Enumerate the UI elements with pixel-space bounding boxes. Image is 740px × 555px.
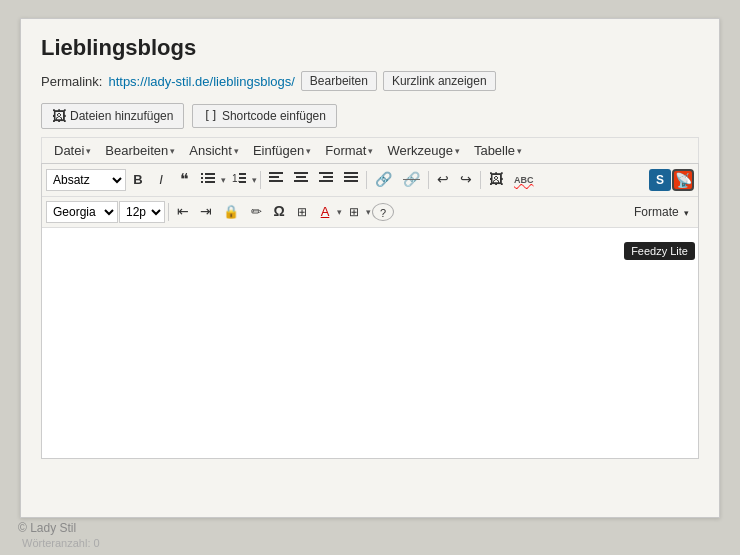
menu-tabelle-label: Tabelle xyxy=(474,143,515,158)
font-size-select[interactable]: 12pt xyxy=(119,201,165,223)
media-toolbar: 🖼 Dateien hinzufügen [] Shortcode einfüg… xyxy=(41,103,699,129)
menu-bar: Datei ▾ Bearbeiten ▾ Ansicht ▾ Einfügen … xyxy=(41,137,699,163)
menu-datei[interactable]: Datei ▾ xyxy=(48,141,97,160)
separator-1 xyxy=(260,171,261,189)
image-button[interactable]: 🖼 xyxy=(484,167,508,193)
underline-button[interactable]: A xyxy=(314,200,336,224)
menu-format-label: Format xyxy=(325,143,366,158)
svg-rect-13 xyxy=(294,172,308,174)
table-layout-button[interactable]: ⊞ xyxy=(291,201,313,224)
menu-tabelle-arrow: ▾ xyxy=(517,146,522,156)
separator-3 xyxy=(428,171,429,189)
link-button[interactable]: 🔗 xyxy=(370,167,397,193)
align-left-button[interactable] xyxy=(264,168,288,192)
menu-ansicht[interactable]: Ansicht ▾ xyxy=(183,141,245,160)
formate-button[interactable]: Formate ▾ xyxy=(629,201,694,224)
s-plugin-button[interactable]: S xyxy=(649,169,671,191)
svg-rect-17 xyxy=(323,176,333,178)
editor-area: Absatz B I ❝ ▾ 1. ▾ xyxy=(41,163,699,459)
svg-rect-9 xyxy=(239,181,246,183)
menu-werkzeuge[interactable]: Werkzeuge ▾ xyxy=(381,141,466,160)
svg-rect-14 xyxy=(296,176,306,178)
italic-button[interactable]: I xyxy=(150,168,172,192)
align-right-button[interactable] xyxy=(314,168,338,192)
svg-rect-20 xyxy=(344,176,358,178)
menu-werkzeuge-label: Werkzeuge xyxy=(387,143,453,158)
indent-button[interactable]: ⇥ xyxy=(195,199,217,225)
media-icon: 🖼 xyxy=(52,108,66,124)
menu-bearbeiten-arrow: ▾ xyxy=(170,146,175,156)
page-title: Lieblingsblogs xyxy=(41,35,699,61)
align-center-button[interactable] xyxy=(289,168,313,192)
lock-button[interactable]: 🔒 xyxy=(218,200,244,224)
quote-button[interactable]: ❝ xyxy=(173,166,195,194)
separator-2 xyxy=(366,171,367,189)
menu-ansicht-label: Ansicht xyxy=(189,143,232,158)
menu-datei-label: Datei xyxy=(54,143,84,158)
shortlink-button[interactable]: Kurzlink anzeigen xyxy=(383,71,496,91)
menu-bearbeiten[interactable]: Bearbeiten ▾ xyxy=(99,141,181,160)
help-button[interactable]: ? xyxy=(372,203,394,221)
menu-bearbeiten-label: Bearbeiten xyxy=(105,143,168,158)
pencil-button[interactable]: ✏ xyxy=(245,200,267,224)
menu-format[interactable]: Format ▾ xyxy=(319,141,379,160)
grid-arrow[interactable]: ▾ xyxy=(366,207,371,217)
svg-rect-19 xyxy=(344,172,358,174)
menu-format-arrow: ▾ xyxy=(368,146,373,156)
svg-rect-16 xyxy=(319,172,333,174)
underline-arrow[interactable]: ▾ xyxy=(337,207,342,217)
menu-ansicht-arrow: ▾ xyxy=(234,146,239,156)
shortcode-button[interactable]: [] Shortcode einfügen xyxy=(192,104,337,128)
edit-button[interactable]: Bearbeiten xyxy=(301,71,377,91)
svg-rect-2 xyxy=(201,177,203,179)
font-select[interactable]: Georgia xyxy=(46,201,118,223)
svg-rect-1 xyxy=(205,173,215,175)
olist-arrow[interactable]: ▾ xyxy=(252,175,257,185)
permalink-row: Permalink: https://lady-stil.de/liebling… xyxy=(41,71,699,91)
menu-einfuegen[interactable]: Einfügen ▾ xyxy=(247,141,317,160)
svg-rect-7 xyxy=(239,173,246,175)
svg-rect-3 xyxy=(205,177,215,179)
permalink-label: Permalink: xyxy=(41,74,102,89)
list-arrow[interactable]: ▾ xyxy=(221,175,226,185)
separator-5 xyxy=(168,203,169,221)
menu-datei-arrow: ▾ xyxy=(86,146,91,156)
feedzy-icon-symbol: 📡 xyxy=(675,172,692,188)
ordered-list-button[interactable]: 1. xyxy=(227,168,251,193)
grid-button[interactable]: ⊞ xyxy=(343,201,365,224)
svg-rect-5 xyxy=(205,181,215,183)
separator-4 xyxy=(480,171,481,189)
redo-button[interactable]: ↪ xyxy=(455,167,477,193)
permalink-link[interactable]: https://lady-stil.de/lieblingsblogs/ xyxy=(108,74,294,89)
formate-arrow: ▾ xyxy=(684,208,689,218)
svg-rect-4 xyxy=(201,181,203,183)
word-count: Wörteranzahl: 0 xyxy=(22,537,100,549)
unlink-button[interactable]: 🔗 xyxy=(398,167,425,193)
menu-einfuegen-label: Einfügen xyxy=(253,143,304,158)
svg-rect-12 xyxy=(269,180,283,182)
svg-rect-10 xyxy=(269,172,283,174)
s-icon-label: S xyxy=(656,173,664,187)
add-media-button[interactable]: 🖼 Dateien hinzufügen xyxy=(41,103,184,129)
feedzy-button[interactable]: 📡 xyxy=(672,169,694,191)
undo-button[interactable]: ↩ xyxy=(432,167,454,193)
svg-rect-8 xyxy=(239,177,246,179)
shortcode-label: Shortcode einfügen xyxy=(222,109,326,123)
outdent-button[interactable]: ⇤ xyxy=(172,199,194,225)
menu-einfuegen-arrow: ▾ xyxy=(306,146,311,156)
svg-rect-11 xyxy=(269,176,279,178)
svg-rect-15 xyxy=(294,180,308,182)
omega-button[interactable]: Ω xyxy=(268,199,290,225)
menu-tabelle[interactable]: Tabelle ▾ xyxy=(468,141,528,160)
spellcheck-button[interactable]: ABC xyxy=(509,170,539,190)
editor-content[interactable] xyxy=(42,228,698,458)
shortcode-icon: [] xyxy=(203,109,217,123)
bold-button[interactable]: B xyxy=(127,168,149,192)
copyright-text: © Lady Stil xyxy=(18,521,76,535)
paragraph-select[interactable]: Absatz xyxy=(46,169,126,191)
menu-werkzeuge-arrow: ▾ xyxy=(455,146,460,156)
svg-rect-0 xyxy=(201,173,203,175)
align-justify-button[interactable] xyxy=(339,168,363,192)
svg-rect-18 xyxy=(319,180,333,182)
unordered-list-button[interactable] xyxy=(196,168,220,193)
